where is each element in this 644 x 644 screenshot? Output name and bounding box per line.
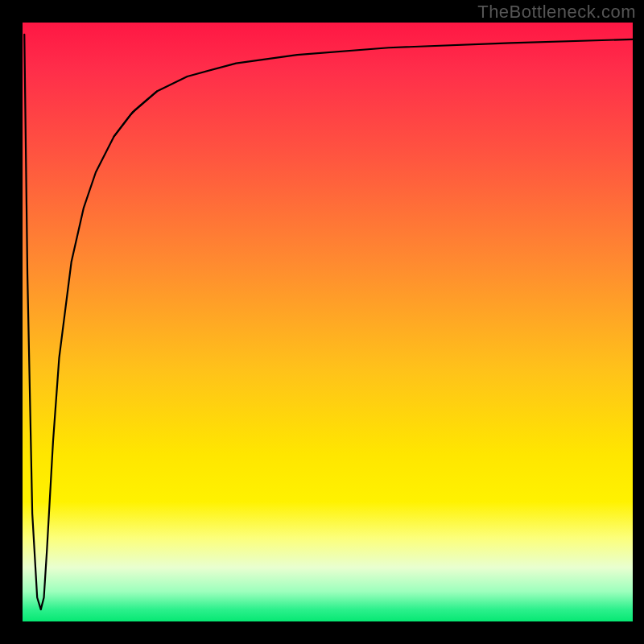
chart-frame: TheBottleneck.com: [0, 0, 644, 644]
curve-svg: [23, 23, 633, 621]
watermark-label: TheBottleneck.com: [477, 2, 636, 23]
curve-highlight: [114, 92, 157, 137]
bottleneck-curve: [24, 35, 633, 609]
plot-area: [23, 23, 633, 621]
